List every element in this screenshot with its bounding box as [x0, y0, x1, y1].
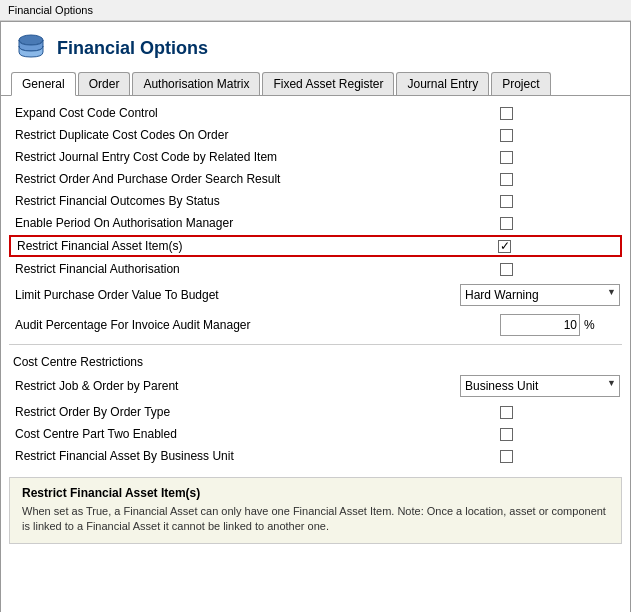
- title-bar-label: Financial Options: [8, 4, 93, 16]
- checkbox-restrict-journal[interactable]: [500, 151, 513, 164]
- checkbox-restrict-order-type[interactable]: [500, 406, 513, 419]
- option-label: Restrict Job & Order by Parent: [11, 379, 460, 393]
- option-label: Restrict Financial Asset By Business Uni…: [11, 449, 500, 463]
- number-input-wrapper: %: [500, 314, 595, 336]
- option-control: [500, 263, 620, 276]
- option-control: Hard Warning Soft Warning None: [460, 284, 620, 306]
- checkbox-expand-cost-code[interactable]: [500, 107, 513, 120]
- info-panel-text: When set as True, a Financial Asset can …: [22, 504, 609, 535]
- checkbox-restrict-financial-auth[interactable]: [500, 263, 513, 276]
- option-row-restrict-order-search: Restrict Order And Purchase Order Search…: [9, 168, 622, 190]
- option-label: Restrict Financial Outcomes By Status: [11, 194, 500, 208]
- tabs-list: General Order Authorisation Matrix Fixed…: [11, 72, 620, 95]
- checkbox-enable-period[interactable]: [500, 217, 513, 230]
- select-wrapper-restrict-job: Business Unit Cost Centre None: [460, 375, 620, 397]
- option-row-restrict-financial-auth: Restrict Financial Authorisation: [9, 258, 622, 280]
- tab-fixed-asset-register[interactable]: Fixed Asset Register: [262, 72, 394, 95]
- option-control: [500, 428, 620, 441]
- option-row-restrict-job-order: Restrict Job & Order by Parent Business …: [9, 371, 622, 401]
- info-panel: Restrict Financial Asset Item(s) When se…: [9, 477, 622, 544]
- option-control: Business Unit Cost Centre None: [460, 375, 620, 397]
- option-row-expand-cost-code: Expand Cost Code Control: [9, 102, 622, 124]
- option-row-restrict-financial-asset-bu: Restrict Financial Asset By Business Uni…: [9, 445, 622, 467]
- option-control: [500, 195, 620, 208]
- info-panel-title: Restrict Financial Asset Item(s): [22, 486, 609, 500]
- tab-journal-entry[interactable]: Journal Entry: [396, 72, 489, 95]
- tabs-container: General Order Authorisation Matrix Fixed…: [1, 72, 630, 96]
- section-header-cost-centre: Cost Centre Restrictions: [9, 349, 622, 371]
- option-control: [500, 173, 620, 186]
- option-row-audit-percentage: Audit Percentage For Invoice Audit Manag…: [9, 310, 622, 340]
- option-control: %: [500, 314, 620, 336]
- checkbox-restrict-financial-outcomes[interactable]: [500, 195, 513, 208]
- option-label: Expand Cost Code Control: [11, 106, 500, 120]
- option-row-restrict-order-type: Restrict Order By Order Type: [9, 401, 622, 423]
- option-row-restrict-financial-outcomes: Restrict Financial Outcomes By Status: [9, 190, 622, 212]
- tab-authorisation-matrix[interactable]: Authorisation Matrix: [132, 72, 260, 95]
- option-control: [500, 129, 620, 142]
- window-title: Financial Options: [57, 38, 208, 59]
- option-control: [500, 107, 620, 120]
- option-label: Restrict Financial Authorisation: [11, 262, 500, 276]
- checkbox-restrict-financial-asset-bu[interactable]: [500, 450, 513, 463]
- divider: [9, 344, 622, 345]
- option-row-restrict-duplicate: Restrict Duplicate Cost Codes On Order: [9, 124, 622, 146]
- window-header: Financial Options: [1, 22, 630, 72]
- option-label: Enable Period On Authorisation Manager: [11, 216, 500, 230]
- tab-order[interactable]: Order: [78, 72, 131, 95]
- option-label: Restrict Duplicate Cost Codes On Order: [11, 128, 500, 142]
- option-label: Restrict Journal Entry Cost Code by Rela…: [11, 150, 500, 164]
- option-label: Restrict Financial Asset Item(s): [13, 239, 498, 253]
- checkbox-cost-centre-part-two[interactable]: [500, 428, 513, 441]
- option-control: [500, 450, 620, 463]
- checkbox-restrict-order-search[interactable]: [500, 173, 513, 186]
- title-bar: Financial Options: [0, 0, 631, 21]
- option-control: [500, 217, 620, 230]
- select-limit-purchase-order[interactable]: Hard Warning Soft Warning None: [460, 284, 620, 306]
- checkbox-restrict-duplicate[interactable]: [500, 129, 513, 142]
- option-control: [500, 151, 620, 164]
- select-wrapper-limit-purchase: Hard Warning Soft Warning None: [460, 284, 620, 306]
- option-row-restrict-financial-asset: Restrict Financial Asset Item(s): [9, 235, 622, 257]
- select-restrict-job-order[interactable]: Business Unit Cost Centre None: [460, 375, 620, 397]
- option-row-limit-purchase-order: Limit Purchase Order Value To Budget Har…: [9, 280, 622, 310]
- option-control: [498, 240, 618, 253]
- option-label: Restrict Order By Order Type: [11, 405, 500, 419]
- option-row-restrict-journal: Restrict Journal Entry Cost Code by Rela…: [9, 146, 622, 168]
- database-icon: [15, 32, 47, 64]
- option-control: [500, 406, 620, 419]
- option-label: Cost Centre Part Two Enabled: [11, 427, 500, 441]
- percent-label: %: [584, 318, 595, 332]
- option-row-enable-period: Enable Period On Authorisation Manager: [9, 212, 622, 234]
- input-audit-percentage[interactable]: [500, 314, 580, 336]
- content-area: Expand Cost Code Control Restrict Duplic…: [1, 96, 630, 550]
- tab-project[interactable]: Project: [491, 72, 550, 95]
- checkbox-restrict-financial-asset[interactable]: [498, 240, 511, 253]
- option-label: Limit Purchase Order Value To Budget: [11, 288, 460, 302]
- option-label: Audit Percentage For Invoice Audit Manag…: [11, 318, 500, 332]
- main-window: Financial Options General Order Authoris…: [0, 21, 631, 612]
- tab-general[interactable]: General: [11, 72, 76, 96]
- option-row-cost-centre-part-two: Cost Centre Part Two Enabled: [9, 423, 622, 445]
- option-label: Restrict Order And Purchase Order Search…: [11, 172, 500, 186]
